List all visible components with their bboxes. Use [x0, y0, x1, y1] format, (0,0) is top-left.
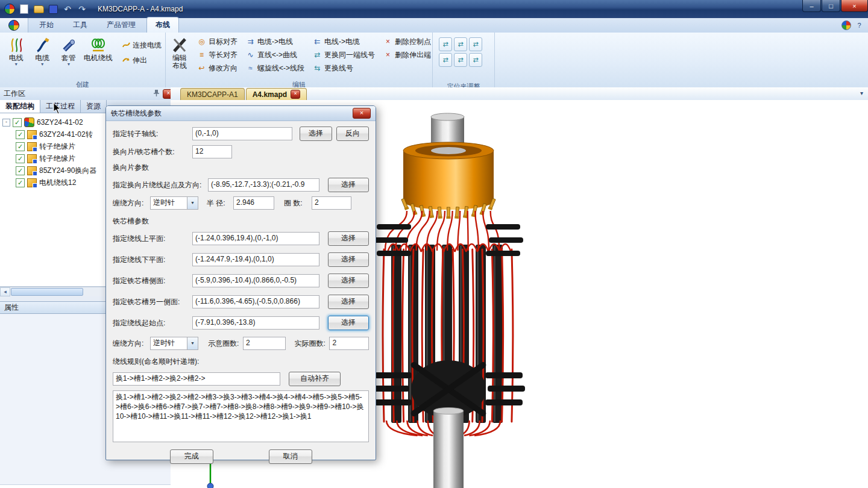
demo-turns-field[interactable]: 2: [243, 337, 286, 350]
commutator-wind-row: 缠绕方向: 逆时针 ▼ 半 径: 2.946 圈 数: 2: [113, 196, 369, 210]
rotor-axis-label: 指定转子轴线:: [113, 129, 192, 139]
commutator-start-field[interactable]: (-8.95,-12.7,-13.3);(-0.21,-0.9: [208, 178, 319, 192]
position-adjust-buttons: ⇄ ⇄ ⇄ ⇄ ⇄ ⇄: [439, 37, 494, 67]
slot-other-side-field[interactable]: (-11.6,0.396,-4.65),(-0.5,0,0.866): [192, 295, 319, 308]
tab-resources[interactable]: 资源: [81, 100, 107, 113]
item-checkbox[interactable]: ✓: [16, 178, 25, 187]
tab-start[interactable]: 开始: [31, 17, 62, 33]
app-logo-icon[interactable]: [4, 4, 16, 14]
position-adjust-button-1[interactable]: ⇄: [439, 37, 452, 51]
finish-button[interactable]: 完成: [170, 449, 213, 464]
start-point-select-button[interactable]: 选择: [328, 316, 369, 330]
actual-turns-field[interactable]: 2: [329, 337, 369, 350]
tree-item-label: 85ZY24-90换向器: [39, 166, 96, 176]
color-scheme-icon[interactable]: [841, 20, 851, 30]
commutator-start-select-button[interactable]: 选择: [328, 178, 369, 192]
close-button[interactable]: ×: [841, 0, 868, 12]
undo-icon[interactable]: ↶: [61, 4, 74, 14]
rotor-axis-reverse-button[interactable]: 反向: [336, 127, 369, 141]
slot-other-side-label: 指定铁芯槽另一侧面:: [113, 297, 192, 307]
wind-direction-label: 缠绕方向:: [113, 198, 150, 208]
app-menu-icon: [8, 20, 19, 31]
tab-product-management[interactable]: 产品管理: [98, 17, 144, 33]
new-document-icon[interactable]: [18, 4, 30, 14]
rotor-axis-field[interactable]: (0,-1,0): [192, 127, 292, 140]
dialog-titlebar[interactable]: 铁芯槽绕线参数 ×: [106, 106, 376, 121]
lower-plane-field[interactable]: (-1.24,47.9,-19.4),(0,1,0): [192, 253, 319, 266]
help-icon[interactable]: ?: [854, 20, 864, 30]
core-slot-winding-dialog: 铁芯槽绕线参数 × 指定转子轴线: (0,-1,0) 选择 反向 换向片/铁芯槽…: [105, 105, 376, 460]
autofill-button[interactable]: 自动补齐: [289, 372, 341, 386]
rotor-axis-select-button[interactable]: 选择: [300, 127, 332, 141]
delete-control-point-button[interactable]: × 删除控制点: [381, 36, 433, 48]
equal-length-align-button[interactable]: ≡ 等长对齐: [195, 49, 240, 61]
dialog-close-icon[interactable]: ×: [353, 108, 371, 119]
slot-side-select-button[interactable]: 选择: [328, 274, 369, 288]
wind-direction2-label: 缠绕方向:: [113, 339, 150, 349]
helix-segment-button[interactable]: ≈ 螺旋线<->线段: [244, 62, 307, 74]
extend-icon: [121, 55, 130, 66]
scrollbar-thumb[interactable]: [11, 288, 83, 296]
doc-tabs-overflow-icon[interactable]: ▾: [860, 90, 863, 96]
workspace-header: 工作区 ×: [0, 87, 178, 101]
cancel-button[interactable]: 取消: [269, 449, 312, 464]
item-checkbox[interactable]: ✓: [16, 166, 25, 175]
expander-icon[interactable]: -: [2, 119, 10, 127]
save-icon[interactable]: [47, 4, 59, 14]
delete-extension-button[interactable]: × 删除伸出端: [381, 49, 433, 61]
swap-same-end-number-button[interactable]: ⇄ 更换同一端线号: [310, 49, 377, 61]
cable-to-wire-button[interactable]: ⇉ 电缆->电线: [244, 36, 307, 48]
position-adjust-button-2[interactable]: ⇄: [454, 37, 467, 51]
tab-assembly-structure[interactable]: 装配结构: [0, 100, 40, 113]
slot-count-field[interactable]: 12: [192, 145, 232, 158]
doc-tab-km3dcapp-a1[interactable]: KM3DCAPP-A1: [180, 88, 245, 100]
pin-icon[interactable]: [153, 89, 160, 99]
edit-route-icon: [171, 36, 189, 54]
wire-to-cable-button[interactable]: ⇇ 电线->电缆: [310, 36, 377, 48]
maximize-button[interactable]: □: [822, 0, 840, 12]
position-adjust-button-6[interactable]: ⇄: [469, 53, 482, 67]
swap-number-button[interactable]: ⇆ 更换线号: [310, 62, 377, 74]
open-folder-icon[interactable]: [33, 4, 45, 14]
rule-label: 绕线规则(命名顺时针递增):: [113, 357, 369, 367]
slot-count-label: 换向片/铁芯槽个数:: [113, 147, 192, 157]
tab-routing[interactable]: 布线: [146, 17, 179, 33]
turns-field[interactable]: 2: [312, 196, 351, 210]
line-curve-button[interactable]: ∿ 直线<->曲线: [244, 49, 307, 61]
start-point-field[interactable]: (-7.91,0.396,-13.8): [192, 316, 319, 330]
modify-direction-button[interactable]: ↩ 修改方向: [195, 62, 240, 74]
position-adjust-button-4[interactable]: ⇄: [439, 53, 452, 67]
app-menu-button[interactable]: [0, 18, 28, 33]
target-align-button[interactable]: ◎ 目标对齐: [195, 36, 240, 48]
delete-control-point-icon: ×: [383, 37, 392, 46]
item-checkbox[interactable]: ✓: [16, 130, 25, 139]
slot-other-side-select-button[interactable]: 选择: [328, 295, 369, 309]
redo-icon[interactable]: ↷: [76, 4, 88, 14]
upper-plane-field[interactable]: (-1.24,0.396,19.4),(0,-1,0): [192, 232, 319, 245]
wind-direction2-arrow-icon: ▼: [187, 337, 198, 350]
lower-plane-select-button[interactable]: 选择: [328, 252, 369, 267]
doc-tab-a4-kmapd[interactable]: A4.kmapd ×: [246, 88, 307, 100]
slot-side-field[interactable]: (-5.9,0.396,-10.4),(0.866,0,-0.5): [192, 274, 319, 287]
root-checkbox[interactable]: ✓: [13, 118, 22, 127]
wire-icon: [4, 36, 29, 54]
upper-plane-select-button[interactable]: 选择: [328, 231, 369, 246]
radius-field[interactable]: 2.946: [233, 196, 274, 210]
item-checkbox[interactable]: ✓: [16, 142, 25, 151]
position-adjust-button-3[interactable]: ⇄: [469, 37, 482, 51]
scroll-left-icon[interactable]: ◂: [0, 287, 10, 296]
minimize-button[interactable]: –: [802, 0, 821, 12]
connect-cable-button[interactable]: 连接电缆: [119, 39, 164, 51]
position-adjust-button-5[interactable]: ⇄: [454, 53, 467, 67]
swap-same-end-number-label: 更换同一端线号: [324, 50, 375, 60]
item-checkbox[interactable]: ✓: [16, 154, 25, 163]
tab-tools[interactable]: 工具: [64, 17, 96, 33]
extend-button[interactable]: 伸出: [119, 54, 164, 66]
rule-input-field[interactable]: 换1->槽1->槽2->换2->槽2->: [113, 372, 280, 386]
document-tab-bar: KM3DCAPP-A1 A4.kmapd × ▾: [171, 87, 868, 101]
rule-text-area[interactable]: 换1->槽1->槽2->换2->槽2->槽3->换3->槽3->槽4->换4->…: [113, 390, 369, 442]
wind-direction-dropdown[interactable]: 逆时针 ▼: [150, 196, 198, 210]
doc-tab-close-icon[interactable]: ×: [291, 90, 300, 99]
part-icon: [27, 166, 37, 175]
wind-direction2-dropdown[interactable]: 逆时针 ▼: [150, 337, 198, 350]
